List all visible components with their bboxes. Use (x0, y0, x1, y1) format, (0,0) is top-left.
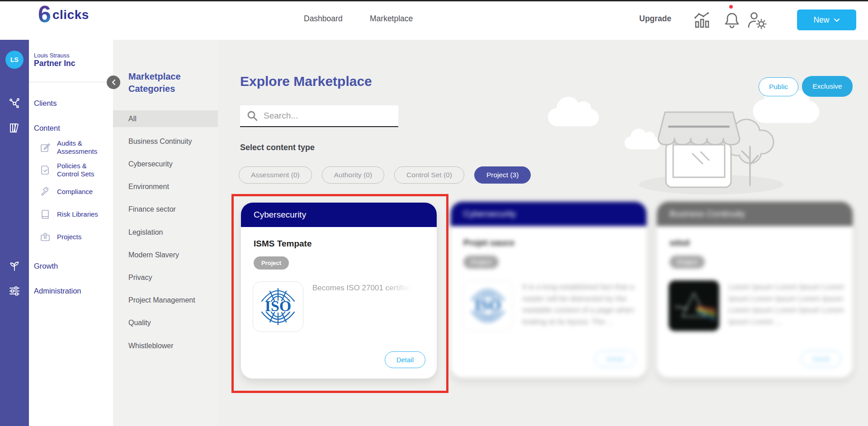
sidebar-item-policies-control-sets[interactable]: Policies & Control Sets (40, 162, 109, 178)
exclusive-toggle-button[interactable]: Exclusive (802, 76, 853, 97)
sliders-icon[interactable] (9, 285, 20, 297)
card-description: Lorem Ipsum Lorem Ipsum Lorem Ipsum Lore… (728, 281, 845, 331)
notification-dot (729, 5, 733, 9)
sidebar-item-projects[interactable]: Projects (40, 232, 109, 242)
card-type-badge: Project (463, 256, 499, 269)
card-title: ISMS Tempate (254, 239, 437, 249)
notifications-bell-icon[interactable] (723, 11, 741, 29)
marketplace-page: 6 clicks Dashboard Marketplace Upgrade (0, 0, 868, 426)
chevron-down-icon (834, 18, 840, 22)
book-icon (40, 209, 51, 220)
user-company: Partner Inc (34, 59, 75, 68)
nav-marketplace[interactable]: Marketplace (370, 14, 413, 24)
network-icon[interactable] (9, 97, 20, 109)
category-item-legislation[interactable]: Legislation (113, 224, 218, 241)
search-icon (246, 110, 258, 122)
user-settings-icon[interactable] (747, 11, 768, 30)
svg-text:ISO: ISO (475, 297, 501, 313)
plant-icon[interactable] (9, 260, 20, 272)
marketplace-card-isms-template[interactable]: Cybersecurity ISMS Tempate Project ISO B… (241, 203, 437, 379)
filter-authority[interactable]: Authority (0) (322, 166, 384, 184)
detail-button[interactable]: Detail (801, 350, 841, 367)
avatar[interactable]: LS (5, 51, 24, 69)
upgrade-link[interactable]: Upgrade (639, 14, 671, 24)
6clicks-logo[interactable]: 6 clicks (38, 4, 89, 25)
user-name: Louis Strauss (34, 52, 70, 59)
chevron-left-icon (111, 79, 116, 85)
prism-art (669, 280, 719, 331)
sidebar-item-growth[interactable]: Growth (34, 262, 58, 270)
category-item-all[interactable]: All (113, 110, 218, 127)
cloud-decoration (545, 93, 600, 127)
briefcase-icon (40, 232, 51, 242)
sidebar-divider (29, 82, 113, 82)
category-item-cybersecurity[interactable]: Cybersecurity (113, 156, 218, 172)
filter-assessment[interactable]: Assessment (0) (239, 166, 312, 184)
categories-title: Marketplace Categories (128, 71, 201, 95)
content-type-label: Select content type (240, 143, 315, 152)
icon-rail: LS (0, 40, 29, 426)
logo-wordmark: clicks (52, 8, 89, 25)
storefront-illustration (637, 105, 790, 195)
logo-six-glyph: 6 (38, 4, 51, 25)
avatar-initials: LS (10, 56, 19, 63)
card-type-badge: Project (254, 256, 289, 270)
sidebar-item-audits-assessments[interactable]: Audits & Assessments (40, 139, 109, 155)
filter-project[interactable]: Project (3) (474, 166, 531, 184)
sidebar: Louis Strauss Partner Inc Clients Conten… (29, 40, 113, 426)
detail-button[interactable]: Detail (594, 350, 635, 367)
filter-control-set[interactable]: Control Set (0) (394, 166, 464, 184)
category-item-privacy[interactable]: Privacy (113, 269, 218, 286)
new-button[interactable]: New (797, 9, 856, 30)
public-toggle-button[interactable]: Public (759, 77, 798, 96)
card-type-badge: Project (670, 256, 705, 269)
marketplace-card-blurred-3[interactable]: Business Continuity sdsd Project Lorem I… (657, 202, 853, 378)
gavel-icon (40, 186, 51, 197)
category-item-project-management[interactable]: Project Management (113, 292, 218, 308)
edit-icon (40, 142, 51, 153)
category-item-environment[interactable]: Environment (113, 178, 218, 195)
sidebar-item-clients[interactable]: Clients (34, 99, 57, 108)
card-category-header: Business Continuity (657, 202, 853, 226)
marketplace-card-blurred-2[interactable]: Cybersecurity Projet sauce Project ISO I… (451, 202, 646, 378)
page-title: Explore Marketplace (240, 74, 372, 89)
top-bar: 6 clicks Dashboard Marketplace Upgrade (0, 0, 868, 40)
svg-text:ISO: ISO (265, 298, 292, 314)
card-title: sdsd (670, 238, 853, 248)
card-category-header: Cybersecurity (451, 202, 646, 226)
nav-dashboard[interactable]: Dashboard (304, 14, 343, 24)
marketplace-categories-panel: Marketplace Categories All Business Cont… (113, 40, 218, 426)
books-icon[interactable] (9, 122, 20, 134)
sidebar-item-compliance[interactable]: Compliance (40, 186, 109, 197)
category-item-finance-sector[interactable]: Finance sector (113, 201, 218, 218)
analytics-icon[interactable] (693, 11, 712, 30)
new-button-label: New (813, 15, 829, 25)
search-box (240, 105, 398, 127)
sidebar-item-administration[interactable]: Administration (34, 287, 81, 295)
iso-logo: ISO (253, 281, 303, 332)
iso-logo: ISO (462, 280, 513, 331)
content-type-filters: Assessment (0) Authority (0) Control Set… (239, 166, 531, 184)
sidebar-item-risk-libraries[interactable]: Risk Libraries (40, 209, 109, 220)
detail-button[interactable]: Detail (385, 351, 425, 368)
category-item-quality[interactable]: Quality (113, 314, 218, 331)
card-description: Becomes ISO 27001 certified (312, 282, 412, 332)
window-top-edge (0, 0, 868, 1)
category-item-whistleblower[interactable]: Whistleblower (113, 337, 218, 354)
search-input[interactable] (264, 111, 398, 121)
card-description: It is a long established fact that a rea… (522, 281, 639, 331)
category-item-modern-slavery[interactable]: Modern Slavery (113, 246, 218, 263)
category-item-business-continuity[interactable]: Business Continuity (113, 133, 218, 150)
card-category-header: Cybersecurity (241, 203, 437, 227)
collapse-panel-button[interactable] (107, 76, 120, 89)
policy-check-icon (40, 165, 51, 175)
card-title: Projet sauce (463, 238, 646, 248)
sidebar-item-content[interactable]: Content (34, 124, 60, 133)
